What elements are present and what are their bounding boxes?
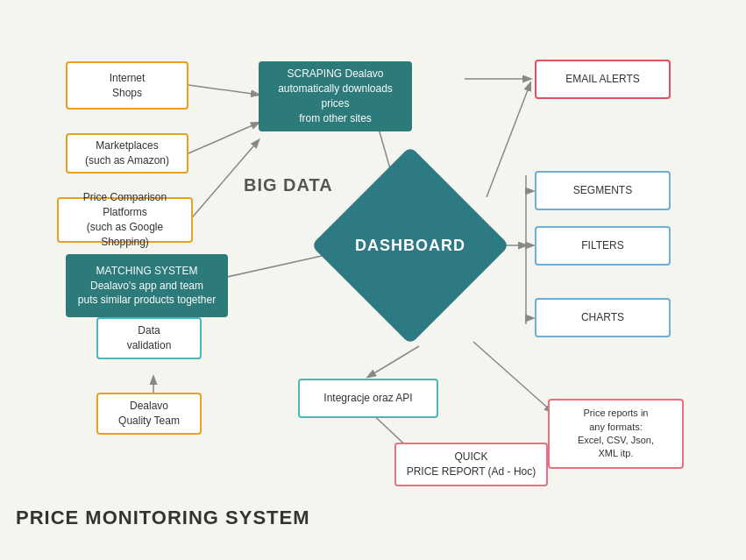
internet-shops-box: Internet Shops <box>66 61 188 110</box>
svg-line-15 <box>368 346 419 377</box>
big-data-label: BIG DATA <box>244 175 333 195</box>
charts-box: CHARTS <box>535 298 671 337</box>
filters-box: FILTERS <box>535 226 671 266</box>
page-title: PRICE MONITORING SYSTEM <box>16 507 310 529</box>
data-validation-box: Data validation <box>96 317 202 359</box>
diagram: Internet Shops Marketplaces (such as Ama… <box>0 0 746 560</box>
marketplaces-box: Marketplaces (such as Amazon) <box>66 133 188 174</box>
svg-line-2 <box>188 85 259 95</box>
svg-line-17 <box>473 342 552 412</box>
price-comparison-box: Price Comparison Platforms (such as Goog… <box>57 197 193 243</box>
price-reports-box: Price reports in any formats: Excel, CSV… <box>548 399 684 469</box>
matching-system-box: MATCHING SYSTEM Dealavo's app and team p… <box>66 254 228 317</box>
svg-line-9 <box>487 83 530 197</box>
quick-report-box: QUICK PRICE REPORT (Ad - Hoc) <box>394 443 548 486</box>
dashboard-label: DASHBOARD <box>340 175 480 315</box>
segments-box: SEGMENTS <box>535 171 671 210</box>
scraping-box: SCRAPING Dealavo automatically downloads… <box>259 61 412 131</box>
svg-line-6 <box>219 252 337 279</box>
email-alerts-box: EMAIL ALERTS <box>535 60 671 99</box>
integrations-box: Integracje oraz API <box>298 379 438 418</box>
dealavo-quality-box: Dealavo Quality Team <box>96 393 202 435</box>
svg-line-3 <box>188 123 259 153</box>
